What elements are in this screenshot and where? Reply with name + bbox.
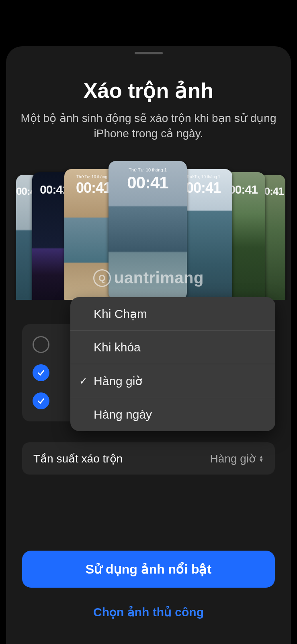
shuffle-frequency-row[interactable]: Tần suất xáo trộn Hàng giờ ▲▼ (22, 442, 275, 475)
checkbox-checked-icon[interactable] (33, 364, 49, 381)
use-featured-photos-button[interactable]: Sử dụng ảnh nổi bật (22, 551, 275, 588)
popup-item-daily[interactable]: Hàng ngày (70, 398, 275, 431)
checkbox-unchecked-icon[interactable] (33, 336, 49, 353)
popup-item-on-lock[interactable]: Khi khóa (70, 331, 275, 364)
wallpaper-card-stack: 00:41 00:41 Thứ Tư, 10 tháng 1 00:41 Thứ… (6, 161, 291, 300)
choose-manually-button[interactable]: Chọn ảnh thủ công (6, 605, 291, 619)
bottom-sheet: Xáo trộn ảnh Một bộ ảnh sinh động sẽ xáo… (6, 46, 291, 644)
popup-item-hourly[interactable]: ✓ Hàng giờ (70, 364, 275, 398)
up-down-chevron-icon: ▲▼ (259, 455, 264, 462)
popup-item-on-tap[interactable]: Khi Chạm (70, 297, 275, 331)
wallpaper-card-main[interactable]: Thứ Tư, 10 tháng 1 00:41 (109, 161, 187, 300)
page-title: Xáo trộn ảnh (6, 78, 291, 103)
frequency-label: Tần suất xáo trộn (33, 452, 123, 465)
sheet-grabber[interactable] (135, 52, 163, 54)
frequency-popup-menu: Khi Chạm Khi khóa ✓ Hàng giờ Hàng ngày (70, 297, 275, 431)
frequency-value: Hàng giờ ▲▼ (210, 452, 264, 465)
checkbox-checked-icon[interactable] (33, 392, 49, 409)
page-subtitle: Một bộ ảnh sinh động sẽ xáo trộn khi bạn… (18, 111, 279, 141)
checkmark-icon: ✓ (79, 376, 87, 387)
